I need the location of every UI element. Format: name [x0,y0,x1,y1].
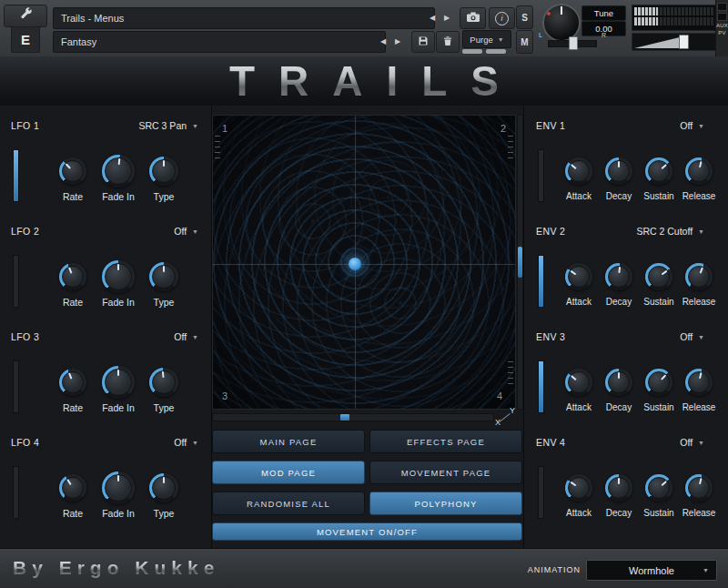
env4-attack-knob[interactable] [565,474,592,502]
env2-sustain-knob[interactable] [645,263,672,290]
env4-sustain-knob[interactable] [645,474,672,502]
lfo1-section: LFO 1 SRC 3 Pan ▼ Rate Fade In Type [0,115,211,217]
preset-selector[interactable]: Fantasy [53,31,386,53]
polyphony-button[interactable]: POLYPHONY [369,492,522,515]
prev-arrow-icon: ◀ [430,14,435,22]
knob-label: Sustain [637,191,681,201]
xy-cursor-dot[interactable] [349,258,361,270]
dropdown-arrow-icon: ▼ [703,567,709,573]
lfo2-type-knob[interactable] [149,262,178,291]
env4-intensity-bar [538,466,544,519]
save-button[interactable] [411,31,435,53]
x-axis-handle[interactable] [340,414,349,421]
knob-label: Sustain [637,297,681,307]
diagonal-axis-icon [499,413,510,422]
volume-slider[interactable] [632,33,717,51]
dropdown-arrow-icon: ▼ [698,228,704,235]
next-instrument-button[interactable]: ▶ [440,7,453,27]
purge-label: Purge [470,35,492,45]
solo-button[interactable]: S [516,5,533,29]
main-page-button[interactable]: MAIN PAGE [212,430,365,453]
env3-release-knob[interactable] [685,369,713,396]
delete-button[interactable] [436,31,460,53]
lfo1-type-knob[interactable] [149,157,178,186]
lfo3-rate-knob[interactable] [59,369,86,396]
env1-decay-knob[interactable] [605,157,632,185]
animation-select[interactable]: Wormhole ▼ [586,560,717,581]
purge-menu[interactable]: Purge ▼ [462,30,511,48]
tools-button[interactable] [4,5,47,27]
prev-preset-button[interactable]: ◀ [377,31,389,51]
movement-page-button[interactable]: MOVEMENT PAGE [369,461,522,484]
pan-handle[interactable] [569,36,578,50]
lfo2-fadein-knob[interactable] [102,260,135,293]
pan-left-label: L [539,32,542,38]
lfo1-target-value: SRC 3 Pan [139,120,187,131]
env2-release-knob[interactable] [685,263,713,290]
instrument-icon-badge[interactable]: E [11,26,40,53]
env2-attack-knob[interactable] [565,263,592,290]
movement-onoff-button[interactable]: MOVEMENT ON/OFF [212,522,522,541]
volume-handle[interactable] [679,35,689,49]
pan-right-label: R [602,32,606,38]
knob-label: Type [136,191,191,202]
env3-sustain-knob[interactable] [645,369,672,396]
prev-instrument-button[interactable]: ◀ [426,7,439,27]
mod-page-button[interactable]: MOD PAGE [212,461,365,484]
env1-attack-knob[interactable] [565,157,592,185]
lfo2-target-select[interactable]: Off ▼ [174,226,198,237]
lfo3-type-knob[interactable] [149,368,178,397]
env2-decay-knob[interactable] [605,263,632,290]
env4-section: ENV 4 Off ▼ Attack Decay Sustain Release [523,431,728,533]
corner-4-label: 4 [497,390,502,401]
env3-decay-knob[interactable] [605,369,632,396]
y-axis-slider[interactable] [517,115,523,410]
env4-decay-knob[interactable] [605,474,632,502]
next-preset-button[interactable]: ▶ [391,31,404,51]
mute-button[interactable]: M [516,30,533,54]
env4-target-select[interactable]: Off ▼ [680,437,704,448]
randomise-all-button[interactable]: RANDOMISE ALL [212,492,365,515]
lfo1-target-select[interactable]: SRC 3 Pan ▼ [139,120,198,131]
env3-attack-knob[interactable] [565,369,592,396]
env1-intensity-bar [538,149,544,202]
env2-section: ENV 2 SRC 2 Cutoff ▼ Attack Decay Sustai… [523,220,728,322]
env1-sustain-knob[interactable] [645,157,672,185]
lfo3-fadein-knob[interactable] [102,366,135,399]
lfo3-section: LFO 3 Off ▼ Rate Fade In Type [0,326,211,428]
knob-label: Attack [557,402,601,412]
xy-pad[interactable]: 1 2 3 4 [212,115,516,410]
lfo1-rate-knob[interactable] [59,157,86,185]
next-arrow-icon: ▶ [444,14,450,22]
env3-target-select[interactable]: Off ▼ [680,331,704,342]
dropdown-arrow-icon: ▼ [698,440,704,446]
snapshot-button[interactable] [460,7,486,29]
lfo2-intensity-bar [13,255,19,308]
x-axis-slider[interactable] [212,413,494,421]
env2-target-select[interactable]: SRC 2 Cutoff ▼ [636,226,704,237]
env1-release-knob[interactable] [685,157,713,185]
knob-label: Sustain [637,508,681,518]
info-button[interactable]: i [489,7,515,29]
title-banner: TRAILS [0,56,728,106]
lfo1-fadein-knob[interactable] [102,155,135,188]
lfo4-type-knob[interactable] [149,473,178,502]
lfo4-rate-knob[interactable] [59,474,86,502]
lfo2-rate-knob[interactable] [59,263,86,290]
lfo3-target-select[interactable]: Off ▼ [174,331,198,342]
instrument-selector[interactable]: Trails - Menus [53,7,435,29]
lfo4-target-select[interactable]: Off ▼ [174,437,198,448]
y-axis-handle[interactable] [518,247,522,278]
env4-release-knob[interactable] [685,474,713,502]
output-box-icon [717,13,727,21]
knob-label: Sustain [637,402,681,412]
env1-target-select[interactable]: Off ▼ [680,120,704,131]
tick-marks [508,136,513,159]
lfo4-fadein-knob[interactable] [102,471,135,504]
dropdown-arrow-icon: ▼ [192,440,198,446]
effects-page-button[interactable]: EFFECTS PAGE [369,430,522,453]
lfo4-target-value: Off [174,437,187,448]
animation-label: ANIMATION [528,565,581,574]
meter-left-channel [634,7,714,15]
env4-target-value: Off [680,437,693,448]
